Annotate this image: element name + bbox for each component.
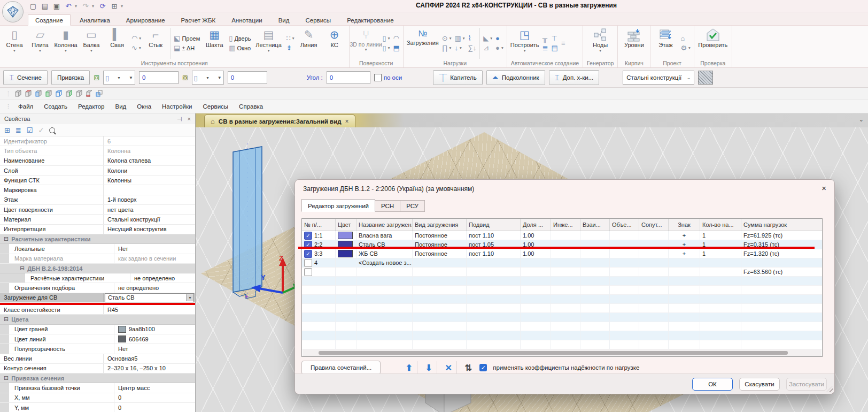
section-button[interactable]: ⌶Сечение bbox=[3, 70, 48, 85]
move-down-icon[interactable]: ⬇ bbox=[421, 361, 437, 374]
load-table-empty-row[interactable] bbox=[302, 313, 822, 322]
row-checkbox[interactable]: ✓ bbox=[304, 232, 312, 240]
chevron-down-icon[interactable]: ▼ bbox=[186, 294, 193, 301]
cancel-button[interactable]: Скасувати bbox=[739, 378, 780, 391]
auto-copy-tool[interactable]: ▤ bbox=[552, 44, 558, 52]
ribbon-tab-annotations[interactable]: Аннотации bbox=[224, 15, 269, 25]
new-file-icon[interactable]: ▢ bbox=[28, 1, 38, 11]
row-checkbox[interactable] bbox=[304, 259, 312, 267]
window-tool[interactable]: ▥Окно bbox=[229, 44, 251, 52]
dialog-title-bar[interactable]: Загружения ДБН В.1.2 - 2:2006 (Україна) … bbox=[295, 180, 834, 198]
project-settings-tool[interactable]: ⚙▾ bbox=[680, 44, 690, 52]
base-point-icon-1[interactable]: ⧈ bbox=[94, 72, 99, 83]
auto-spec-tool[interactable]: ≡ bbox=[561, 40, 565, 47]
slope-tool[interactable]: ⊿ bbox=[483, 44, 492, 52]
load-distributed-tool[interactable]: ▥▾ bbox=[454, 35, 464, 42]
truss-tool[interactable]: ◠▾ bbox=[131, 35, 141, 42]
undo-dropdown-icon[interactable]: ▾ bbox=[75, 4, 79, 9]
checked-list-icon[interactable]: ☑ bbox=[27, 126, 33, 134]
extra-props-button[interactable]: ⌶Доп. х-ки... bbox=[549, 70, 600, 85]
sync-icon[interactable]: ⟳ bbox=[97, 1, 108, 11]
view-cube-bottom-icon[interactable] bbox=[85, 89, 94, 98]
load-table-empty-row[interactable] bbox=[302, 304, 822, 313]
menu-view[interactable]: Вид bbox=[111, 102, 131, 111]
load-group-tool[interactable]: ∏▾ bbox=[442, 44, 452, 52]
redo-dropdown-icon[interactable]: ▾ bbox=[92, 4, 96, 9]
load-color-swatch[interactable] bbox=[338, 232, 353, 239]
auto-drill-tool[interactable]: ╥ bbox=[542, 35, 548, 42]
surface-slab-tool[interactable]: ▯▾ bbox=[383, 44, 390, 52]
offset-input-1[interactable]: 0 bbox=[139, 71, 179, 84]
property-group-dbn[interactable]: ⊟ДБН В.2.6-198:2014 bbox=[0, 264, 195, 273]
load-cases-tool[interactable]: № Загружения bbox=[405, 27, 440, 60]
3d-by-line-tool[interactable]: ⑂ 3D по линии▾ bbox=[351, 27, 381, 60]
quickbar-more-icon[interactable]: ▾ bbox=[121, 4, 125, 9]
menu-editor[interactable]: Редактор bbox=[73, 102, 110, 111]
auto-crane-tool[interactable]: ⊤ bbox=[552, 35, 558, 42]
load-table-row-total[interactable]: Fz=63.560 (тс) bbox=[302, 268, 822, 277]
offset-input-2[interactable]: 0 bbox=[228, 71, 267, 84]
view-cube-top-icon[interactable] bbox=[24, 89, 33, 98]
menu-help[interactable]: Справка bbox=[234, 102, 268, 111]
menu-create[interactable]: Создать bbox=[39, 102, 72, 111]
capital-button[interactable]: ⏉Капитель bbox=[433, 70, 483, 85]
profile-combo-1[interactable]: ▯▾▼ bbox=[103, 71, 135, 85]
search-icon[interactable] bbox=[49, 127, 55, 133]
retaining-wall-tool[interactable]: ◣▾ bbox=[483, 35, 492, 42]
grid-points-tool[interactable]: ∷▾ bbox=[286, 35, 294, 42]
property-row-load-case-for-sw[interactable]: Загружение для СВ Сталь СВ▼ bbox=[0, 293, 195, 303]
ribbon-tab-services[interactable]: Сервисы bbox=[298, 15, 338, 25]
combo-arrow-icon[interactable]: ▼ bbox=[218, 75, 222, 80]
stairs-tool[interactable]: ▤Лестница▾ bbox=[253, 27, 285, 60]
shaft-tool[interactable]: ▦Шахта bbox=[201, 27, 227, 60]
project-house-tool[interactable]: ⌂ bbox=[680, 35, 690, 42]
expand-all-icon[interactable]: ⊞ bbox=[4, 126, 10, 134]
load-color-swatch[interactable] bbox=[338, 250, 353, 257]
tab-overflow-chevron-icon[interactable]: ⌄ bbox=[859, 116, 864, 123]
menu-services[interactable]: Сервисы bbox=[198, 102, 233, 111]
load-table-row[interactable]: ✓3:3 ЖБ СВ Постоянное пост 1.10 1.00 + 1… bbox=[302, 249, 822, 258]
view-cube-side-icon[interactable] bbox=[65, 89, 73, 98]
load-table-empty-row[interactable] bbox=[302, 295, 822, 304]
view-cube-frame-icon[interactable] bbox=[55, 89, 63, 98]
delete-icon[interactable]: ✕ bbox=[440, 361, 457, 374]
build-model-tool[interactable]: ◳ Построить▾ bbox=[509, 27, 541, 60]
load-table-row-new[interactable]: 4 <Создать новое з... bbox=[302, 258, 822, 268]
apply-check-icon[interactable]: ✓ bbox=[38, 126, 44, 134]
view-cube-left-icon[interactable] bbox=[44, 89, 53, 98]
pedestal-button[interactable]: ⏶Подколонник bbox=[486, 70, 545, 85]
ramp-tool[interactable]: ⬒ bbox=[393, 44, 400, 52]
hatch-button[interactable] bbox=[698, 71, 713, 85]
angle-input[interactable]: 0 bbox=[327, 71, 370, 84]
pin-icon[interactable]: ⊤ bbox=[176, 116, 183, 121]
auto-list-tool[interactable]: ≣ bbox=[542, 44, 548, 52]
load-point-tool[interactable]: ↓▾ bbox=[454, 44, 464, 52]
resize-grip[interactable] bbox=[826, 386, 833, 392]
door-tool[interactable]: ▯Дверь bbox=[229, 35, 251, 42]
base-point-icon-2[interactable]: ⧇ bbox=[182, 72, 188, 83]
nodes-tool[interactable]: Ноды▾ bbox=[585, 27, 616, 60]
save-icon[interactable]: ▣ bbox=[51, 1, 62, 11]
property-group-calc[interactable]: ⊟Расчетные характеристики bbox=[0, 234, 195, 244]
load-table-empty-row[interactable] bbox=[302, 331, 822, 340]
slab-tool[interactable]: ▱Плита▾ bbox=[27, 27, 53, 60]
load-table-empty-row[interactable] bbox=[302, 340, 822, 349]
combo-arrow-icon[interactable]: ▼ bbox=[129, 75, 133, 80]
tab-rsu[interactable]: РСУ bbox=[400, 200, 425, 212]
ruler-icon[interactable]: ⊞ bbox=[109, 1, 120, 11]
list-view-icon[interactable]: ≣ bbox=[15, 126, 21, 134]
move-up-icon[interactable]: ⬆ bbox=[401, 361, 417, 374]
view-cube-front-icon[interactable] bbox=[34, 89, 43, 98]
tab-load-editor[interactable]: Редактор загружений bbox=[301, 199, 375, 212]
ribbon-tab-editing[interactable]: Редактирование bbox=[340, 15, 401, 25]
close-icon[interactable]: × bbox=[188, 116, 191, 122]
surface-wall-tool[interactable]: ▯▾ bbox=[383, 35, 390, 42]
close-tab-icon[interactable]: × bbox=[345, 118, 349, 125]
menu-file[interactable]: Файл bbox=[13, 102, 38, 111]
app-logo[interactable] bbox=[2, 1, 24, 22]
sort-list-icon[interactable]: ⇅ bbox=[460, 361, 476, 374]
ribbon-tab-reinforcement[interactable]: Армирование bbox=[119, 15, 172, 25]
view-cube-icon[interactable] bbox=[14, 89, 22, 98]
load-area-tool[interactable]: ⊙▾ bbox=[442, 35, 452, 42]
load-sum-tool[interactable]: ∑↓ bbox=[468, 44, 477, 52]
